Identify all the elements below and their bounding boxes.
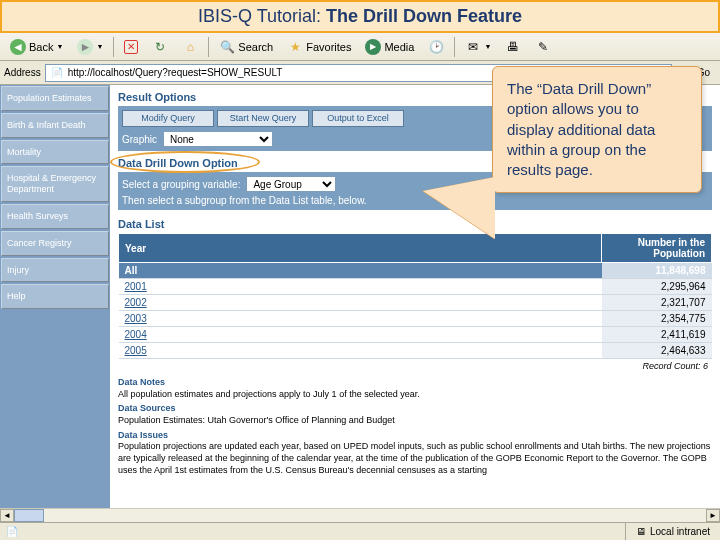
table-row: All11,848,698 xyxy=(119,263,712,279)
home-icon: ⌂ xyxy=(182,39,198,55)
status-done-icon: 📄 xyxy=(0,526,24,537)
history-icon: 🕑 xyxy=(428,39,444,55)
back-icon: ◄ xyxy=(10,39,26,55)
security-zone: 🖥Local intranet xyxy=(625,523,720,540)
year-link[interactable]: 2004 xyxy=(125,329,147,340)
table-row: 20032,354,775 xyxy=(119,311,712,327)
scroll-left-icon[interactable]: ◄ xyxy=(0,509,14,522)
slide-title: IBIS-Q Tutorial: The Drill Down Feature xyxy=(0,0,720,33)
back-button[interactable]: ◄Back▼ xyxy=(4,36,69,58)
table-row: 20052,464,633 xyxy=(119,343,712,359)
slide-title-bold: The Drill Down Feature xyxy=(326,6,522,26)
table-row: 20022,321,707 xyxy=(119,295,712,311)
year-link[interactable]: 2002 xyxy=(125,297,147,308)
refresh-button[interactable]: ↻ xyxy=(146,36,174,58)
sidebar-item-health-surveys[interactable]: Health Surveys xyxy=(1,204,109,229)
year-link[interactable]: 2005 xyxy=(125,345,147,356)
sidebar: Population Estimates Birth & Infant Deat… xyxy=(0,85,110,525)
sidebar-item-injury[interactable]: Injury xyxy=(1,258,109,283)
forward-icon: ► xyxy=(77,39,93,55)
sidebar-item-birth[interactable]: Birth & Infant Death xyxy=(1,113,109,138)
forward-button[interactable]: ►▼ xyxy=(71,36,109,58)
table-row: 20042,411,619 xyxy=(119,327,712,343)
grouping-var-select[interactable]: Age Group xyxy=(246,176,336,192)
datalist-title: Data List xyxy=(118,218,712,230)
data-list-table: YearNumber in the Population All11,848,6… xyxy=(118,233,712,359)
sidebar-item-mortality[interactable]: Mortality xyxy=(1,140,109,165)
ie-toolbar: ◄Back▼ ►▼ ✕ ↻ ⌂ 🔍Search ★Favorites ▶Medi… xyxy=(0,33,720,61)
data-notes: Data Notes All population estimates and … xyxy=(118,377,712,477)
address-label: Address xyxy=(4,67,41,78)
col-num: Number in the Population xyxy=(602,234,712,263)
tutorial-callout: The “Data Drill Down” option allows you … xyxy=(492,66,702,193)
print-icon: 🖶 xyxy=(505,39,521,55)
mail-button[interactable]: ✉▼ xyxy=(459,36,497,58)
history-button[interactable]: 🕑 xyxy=(422,36,450,58)
horizontal-scrollbar[interactable]: ◄ ► xyxy=(0,508,720,522)
year-link[interactable]: 2001 xyxy=(125,281,147,292)
year-link[interactable]: 2003 xyxy=(125,313,147,324)
intranet-icon: 🖥 xyxy=(636,526,646,537)
graphic-label: Graphic xyxy=(122,134,157,145)
start-new-query-button[interactable]: Start New Query xyxy=(217,110,309,127)
media-button[interactable]: ▶Media xyxy=(359,36,420,58)
modify-query-button[interactable]: Modify Query xyxy=(122,110,214,127)
print-button[interactable]: 🖶 xyxy=(499,36,527,58)
scroll-right-icon[interactable]: ► xyxy=(706,509,720,522)
refresh-icon: ↻ xyxy=(152,39,168,55)
chevron-down-icon: ▼ xyxy=(56,43,63,50)
search-button[interactable]: 🔍Search xyxy=(213,36,279,58)
record-count: Record Count: 6 xyxy=(118,359,712,373)
stop-icon: ✕ xyxy=(124,40,138,54)
scroll-thumb[interactable] xyxy=(14,509,44,522)
status-bar: 📄 🖥Local intranet xyxy=(0,522,720,540)
address-url: http://localhost/Query?request=SHOW_RESU… xyxy=(68,67,283,78)
grouping-var-label: Select a grouping variable: xyxy=(122,179,240,190)
edit-button[interactable]: ✎ xyxy=(529,36,557,58)
table-row: 20012,295,964 xyxy=(119,279,712,295)
sidebar-item-hospital[interactable]: Hospital & Emergency Department xyxy=(1,166,109,202)
output-excel-button[interactable]: Output to Excel xyxy=(312,110,404,127)
mail-icon: ✉ xyxy=(465,39,481,55)
drilldown-hint: Then select a subgroup from the Data Lis… xyxy=(122,195,708,206)
sidebar-item-help[interactable]: Help xyxy=(1,284,109,309)
star-icon: ★ xyxy=(287,39,303,55)
home-button[interactable]: ⌂ xyxy=(176,36,204,58)
edit-icon: ✎ xyxy=(535,39,551,55)
sidebar-item-population[interactable]: Population Estimates xyxy=(1,86,109,111)
favorites-button[interactable]: ★Favorites xyxy=(281,36,357,58)
stop-button[interactable]: ✕ xyxy=(118,37,144,57)
page-icon: 📄 xyxy=(49,65,65,81)
graphic-select[interactable]: None xyxy=(163,131,273,147)
slide-title-prefix: IBIS-Q Tutorial: xyxy=(198,6,326,26)
media-icon: ▶ xyxy=(365,39,381,55)
sidebar-item-cancer[interactable]: Cancer Registry xyxy=(1,231,109,256)
callout-tail xyxy=(423,177,495,239)
search-icon: 🔍 xyxy=(219,39,235,55)
col-year: Year xyxy=(119,234,602,263)
